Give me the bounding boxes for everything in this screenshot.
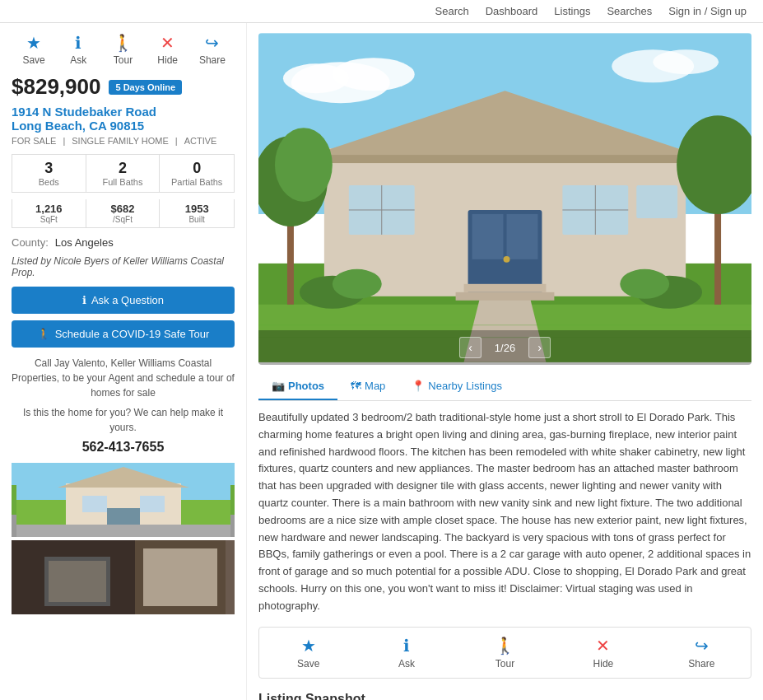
- info-icon-bottom: ℹ: [403, 636, 410, 656]
- days-badge: 5 Days Online: [109, 80, 182, 95]
- svg-point-44: [275, 128, 333, 202]
- svg-point-18: [653, 49, 719, 74]
- close-icon: ✕: [161, 33, 174, 53]
- nav-listings[interactable]: Listings: [554, 5, 590, 17]
- listed-by: Listed by Nicole Byers of Keller William…: [12, 255, 235, 278]
- svg-rect-30: [506, 214, 537, 259]
- photo-navigation: ‹ 1/26 ›: [258, 330, 751, 365]
- snapshot-title: Listing Snapshot: [258, 692, 751, 700]
- ask-bottom[interactable]: ℹ Ask: [357, 636, 455, 670]
- action-row-top: ★ Save ℹ Ask 🚶 Tour ✕ Hide ↪ Share: [12, 33, 235, 66]
- sqft-cell: 1,216 SqFt: [12, 199, 86, 227]
- tour-button[interactable]: 🚶 Schedule a COVID-19 Safe Tour: [12, 320, 235, 348]
- stats-sub-grid: 1,216 SqFt $682 /SqFt 1953 Built: [12, 199, 235, 228]
- location-icon: 📍: [412, 380, 425, 392]
- meta-dot2: |: [175, 136, 178, 146]
- share-icon-bottom: ↪: [695, 636, 709, 656]
- county-value: Los Angeles: [55, 236, 114, 249]
- svg-rect-36: [456, 292, 555, 301]
- tab-nearby[interactable]: 📍 Nearby Listings: [398, 373, 515, 400]
- svg-rect-7: [140, 496, 165, 512]
- share-bottom[interactable]: ↪ Share: [653, 636, 751, 670]
- map-icon: 🗺: [351, 380, 361, 392]
- svg-rect-5: [107, 508, 140, 525]
- svg-rect-10: [49, 561, 106, 602]
- beds-label: Beds: [16, 177, 82, 187]
- hide-bottom[interactable]: ✕ Hide: [554, 636, 652, 670]
- photo-counter: 1/26: [495, 342, 515, 354]
- action-row-bottom: ★ Save ℹ Ask 🚶 Tour ✕ Hide ↪ Share: [258, 627, 751, 679]
- svg-rect-37: [464, 284, 547, 292]
- svg-rect-24: [308, 155, 702, 163]
- svg-rect-2: [16, 525, 230, 537]
- agent-cta-text: Call Jay Valento, Keller Williams Coasta…: [12, 356, 235, 400]
- partial-baths-label: Partial Baths: [163, 177, 230, 187]
- full-baths-cell: 2 Full Baths: [86, 155, 161, 192]
- svg-rect-35: [636, 185, 677, 218]
- sqft-label: SqFt: [16, 215, 82, 224]
- help-text: Is this the home for you? We can help ma…: [12, 405, 235, 435]
- share-icon: ↪: [205, 33, 219, 53]
- svg-rect-6: [82, 496, 107, 512]
- nav-search[interactable]: Search: [435, 5, 469, 17]
- meta-status: ACTIVE: [184, 136, 217, 146]
- main-photo-container: ‹ 1/26 ›: [258, 33, 751, 365]
- meta-dot1: |: [63, 136, 65, 146]
- meta-for-sale: FOR SALE: [12, 136, 56, 146]
- meta-type: SINGLE FAMILY HOME: [72, 136, 169, 146]
- tour-action[interactable]: 🚶 Tour: [100, 33, 145, 66]
- save-action[interactable]: ★ Save: [12, 33, 56, 66]
- svg-point-41: [620, 269, 669, 299]
- county-row: County: Los Angeles: [12, 236, 235, 249]
- ask-action[interactable]: ℹ Ask: [56, 33, 100, 66]
- svg-rect-12: [143, 548, 217, 606]
- close-icon-bottom: ✕: [596, 636, 610, 656]
- tab-photos[interactable]: 📷 Photos: [258, 373, 337, 400]
- star-icon: ★: [26, 33, 41, 53]
- beds-cell: 3 Beds: [12, 155, 86, 192]
- price-sqft-num: $682: [90, 203, 156, 215]
- price-sqft-label: /SqFt: [90, 215, 156, 224]
- photo-tabs: 📷 Photos 🗺 Map 📍 Nearby Listings: [258, 373, 751, 401]
- info-icon: ℹ: [75, 33, 81, 53]
- price-sqft-cell: $682 /SqFt: [86, 199, 161, 227]
- thumbnail-1[interactable]: [12, 463, 235, 537]
- full-baths-num: 2: [90, 160, 156, 177]
- prev-photo-button[interactable]: ‹: [459, 337, 482, 358]
- share-action[interactable]: ↪ Share: [190, 33, 235, 66]
- phone-number[interactable]: 562-413-7655: [12, 440, 235, 455]
- partial-baths-num: 0: [163, 160, 230, 177]
- nav-searches[interactable]: Searches: [607, 5, 652, 17]
- walk-icon-bottom: 🚶: [495, 636, 515, 656]
- tab-map[interactable]: 🗺 Map: [337, 373, 398, 400]
- person-walk-icon: 🚶: [113, 33, 133, 53]
- svg-rect-29: [472, 214, 504, 259]
- svg-point-16: [283, 63, 349, 93]
- partial-baths-cell: 0 Partial Baths: [160, 155, 234, 192]
- nav-signin[interactable]: Sign in / Sign up: [668, 5, 747, 17]
- thumbnail-2[interactable]: [12, 540, 235, 614]
- next-photo-button[interactable]: ›: [528, 337, 551, 358]
- thumbnail-container: [12, 463, 235, 618]
- walk-icon: 🚶: [37, 328, 50, 340]
- left-panel: ★ Save ℹ Ask 🚶 Tour ✕ Hide ↪ Share $829,…: [0, 23, 247, 700]
- price-row: $829,900 5 Days Online: [12, 74, 235, 100]
- main-photo: [258, 33, 751, 362]
- tour-bottom[interactable]: 🚶 Tour: [456, 636, 554, 670]
- listing-snapshot: Listing Snapshot Price $829,900 Days Onl…: [258, 692, 751, 700]
- address-line2[interactable]: Long Beach, CA 90815: [12, 119, 235, 133]
- beds-num: 3: [16, 160, 82, 177]
- built-cell: 1953 Built: [160, 199, 234, 227]
- right-panel: ‹ 1/26 › 📷 Photos 🗺 Map 📍 Nearby Listing…: [247, 23, 763, 700]
- info-circle-icon: ℹ: [82, 294, 86, 306]
- listing-price: $829,900: [12, 74, 100, 100]
- nav-dashboard[interactable]: Dashboard: [486, 5, 538, 17]
- listing-description: Beautifully updated 3 bedroom/2 bath tra…: [258, 409, 751, 615]
- built-num: 1953: [163, 203, 230, 215]
- hide-action[interactable]: ✕ Hide: [146, 33, 190, 66]
- address-line1[interactable]: 1914 N Studebaker Road: [12, 105, 235, 119]
- ask-question-button[interactable]: ℹ Ask a Question: [12, 287, 235, 314]
- save-bottom[interactable]: ★ Save: [259, 636, 357, 670]
- svg-point-39: [333, 269, 382, 299]
- full-baths-label: Full Baths: [90, 177, 156, 187]
